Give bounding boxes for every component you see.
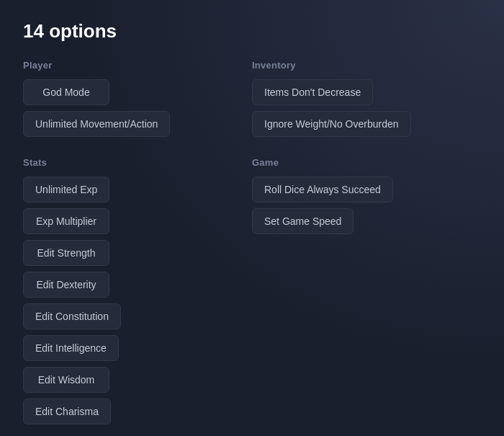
right-column: Inventory Items Don't Decrease Ignore We…: [252, 60, 481, 436]
ignore-weight-button[interactable]: Ignore Weight/No Overburden: [252, 111, 411, 137]
edit-constitution-button[interactable]: Edit Constitution: [23, 303, 121, 329]
edit-charisma-button[interactable]: Edit Charisma: [23, 399, 111, 424]
edit-dexterity-button[interactable]: Edit Dexterity: [23, 272, 109, 298]
roll-dice-always-succeed-button[interactable]: Roll Dice Always Succeed: [252, 177, 393, 203]
set-game-speed-button[interactable]: Set Game Speed: [252, 208, 354, 234]
main-container: 14 options Player God Mode Unlimited Mov…: [0, 0, 504, 436]
edit-intelligence-button[interactable]: Edit Intelligence: [23, 335, 119, 361]
player-section-label: Player: [23, 60, 252, 71]
inventory-section-label: Inventory: [252, 60, 481, 71]
stats-section-label: Stats: [23, 157, 252, 168]
player-section: Player God Mode Unlimited Movement/Actio…: [23, 60, 252, 137]
page-title: 14 options: [23, 20, 481, 43]
exp-multiplier-button[interactable]: Exp Multiplier: [23, 208, 109, 234]
game-section: Game Roll Dice Always Succeed Set Game S…: [252, 157, 481, 234]
edit-strength-button[interactable]: Edit Strength: [23, 240, 109, 266]
unlimited-exp-button[interactable]: Unlimited Exp: [23, 177, 109, 203]
game-section-label: Game: [252, 157, 481, 168]
items-dont-decrease-button[interactable]: Items Don't Decrease: [252, 79, 373, 105]
stats-options-group: Unlimited Exp Exp Multiplier Edit Streng…: [23, 177, 252, 424]
stats-section: Stats Unlimited Exp Exp Multiplier Edit …: [23, 157, 252, 424]
god-mode-button[interactable]: God Mode: [23, 79, 109, 105]
left-column: Player God Mode Unlimited Movement/Actio…: [23, 60, 252, 436]
inventory-options-group: Items Don't Decrease Ignore Weight/No Ov…: [252, 79, 481, 137]
unlimited-movement-button[interactable]: Unlimited Movement/Action: [23, 111, 170, 137]
player-options-group: God Mode Unlimited Movement/Action: [23, 79, 252, 137]
game-options-group: Roll Dice Always Succeed Set Game Speed: [252, 177, 481, 234]
inventory-section: Inventory Items Don't Decrease Ignore We…: [252, 60, 481, 137]
columns-layout: Player God Mode Unlimited Movement/Actio…: [23, 60, 481, 436]
edit-wisdom-button[interactable]: Edit Wisdom: [23, 367, 109, 393]
